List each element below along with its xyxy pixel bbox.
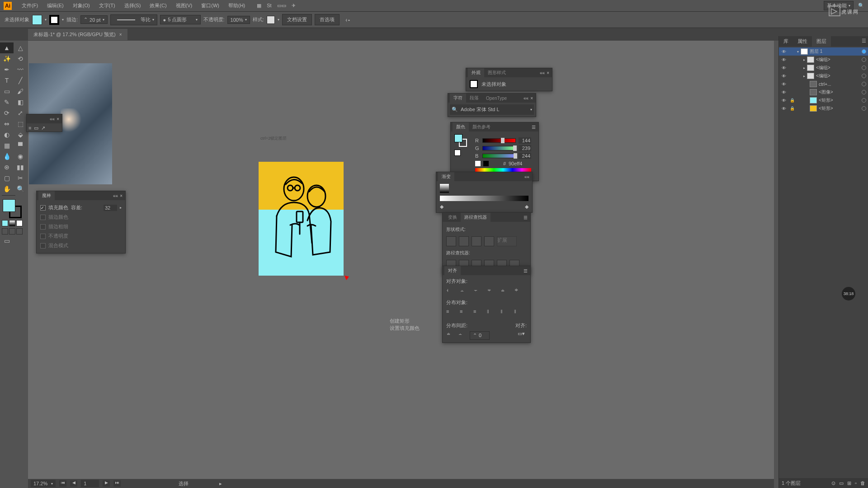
- dist-right[interactable]: ⦀: [514, 309, 523, 318]
- arrange-icon[interactable]: ▭▭: [277, 3, 286, 9]
- menu-effect[interactable]: 效果(C): [145, 2, 171, 9]
- menu-object[interactable]: 对象(O): [68, 2, 94, 9]
- curvature-tool[interactable]: 〰: [14, 64, 27, 75]
- pen-tool[interactable]: ✒: [0, 64, 14, 75]
- paragraph-tab[interactable]: 段落: [466, 94, 482, 103]
- panel-menu-icon[interactable]: ☰: [860, 36, 868, 47]
- expand-button[interactable]: 扩展: [497, 236, 517, 246]
- hex-input[interactable]: 90eff4: [509, 161, 531, 166]
- panel-menu-icon[interactable]: ☰: [524, 268, 528, 273]
- dist-hspace[interactable]: ⫠: [458, 331, 467, 340]
- transform-tab[interactable]: 变换: [444, 213, 461, 222]
- fill-stroke-control[interactable]: [2, 198, 25, 217]
- line-tool[interactable]: ╱: [14, 75, 27, 86]
- menu-window[interactable]: 窗口(W): [197, 2, 224, 9]
- nav-last[interactable]: ⏭: [113, 480, 121, 487]
- layer-row[interactable]: 👁<图像>: [779, 88, 868, 96]
- grad-stop-2[interactable]: ◆: [525, 204, 528, 210]
- collapse-icon[interactable]: ««: [50, 117, 55, 122]
- gradient-slider[interactable]: [440, 196, 528, 201]
- search-icon[interactable]: 🔍: [858, 3, 864, 9]
- fill-color[interactable]: [3, 199, 15, 212]
- visibility-icon[interactable]: 👁: [781, 82, 787, 87]
- draw-normal[interactable]: [2, 228, 8, 235]
- align-bottom[interactable]: ⫩: [514, 287, 523, 296]
- visibility-icon[interactable]: 👁: [781, 106, 787, 111]
- align-artboard-icon[interactable]: ⫞▾: [345, 17, 350, 23]
- layer-row[interactable]: 👁🔒<矩形>: [779, 96, 868, 104]
- nav-prev[interactable]: ◀: [70, 480, 77, 487]
- intersect-button[interactable]: [472, 236, 481, 246]
- menu-view[interactable]: 视图(V): [171, 2, 197, 9]
- r-value[interactable]: 144: [519, 137, 531, 144]
- collapse-icon[interactable]: ««: [113, 193, 118, 198]
- eyedropper-tool[interactable]: 💧: [0, 151, 14, 162]
- expand-icon[interactable]: ▾: [797, 50, 799, 54]
- layer-row[interactable]: 👁▾图层 1: [779, 47, 868, 56]
- b-slider[interactable]: [482, 154, 516, 158]
- appearance-tab[interactable]: 外观: [468, 68, 484, 77]
- hand-tool[interactable]: ✋: [0, 183, 14, 194]
- mesh-tool[interactable]: ▦: [0, 140, 14, 151]
- stroke-weight-input[interactable]: ⌃20 pt▾: [80, 15, 107, 24]
- unite-button[interactable]: [446, 236, 456, 246]
- magic-wand-tool[interactable]: ✨: [0, 53, 14, 64]
- color-mode-gradient[interactable]: [9, 220, 15, 226]
- make-clip-icon[interactable]: ▭: [839, 480, 844, 486]
- align-to-dd[interactable]: ▭▾: [518, 331, 527, 340]
- color-none-icon[interactable]: [454, 150, 461, 156]
- bridge-icon[interactable]: ▦: [257, 3, 261, 9]
- align-left[interactable]: ⫞: [446, 287, 455, 296]
- stock-icon[interactable]: St: [267, 3, 271, 9]
- artwork-yellow-rect[interactable]: [259, 162, 344, 210]
- new-layer-icon[interactable]: ▫: [855, 480, 857, 486]
- close-icon[interactable]: ×: [530, 96, 533, 101]
- stroke-weight-checkbox[interactable]: [40, 224, 46, 230]
- align-top[interactable]: ⫧: [487, 287, 496, 296]
- opacity-input[interactable]: 100%▾: [227, 16, 250, 24]
- artboard-nav[interactable]: 1: [81, 480, 99, 487]
- shaper-tool[interactable]: ✎: [0, 97, 14, 108]
- color-mode-solid[interactable]: [2, 220, 8, 226]
- opentype-tab[interactable]: OpenType: [482, 94, 510, 102]
- gradient-tool[interactable]: ▀: [14, 140, 27, 151]
- menu-edit[interactable]: 编辑(E): [42, 2, 68, 9]
- color-mode-none[interactable]: [16, 220, 23, 226]
- collapse-icon[interactable]: ««: [524, 96, 528, 101]
- perspective-tool[interactable]: ⬙: [14, 129, 27, 140]
- graph-tool[interactable]: ▮▮: [14, 162, 27, 173]
- grad-stop-1[interactable]: ◆: [440, 204, 443, 210]
- properties-tab[interactable]: 属性: [793, 36, 812, 47]
- artboard[interactable]: [259, 162, 344, 276]
- magic-wand-tab[interactable]: 魔棒: [38, 191, 55, 200]
- symbol-sprayer-tool[interactable]: ⊛: [0, 162, 14, 173]
- screen-mode-button[interactable]: ▭: [0, 235, 14, 246]
- dist-hcenter[interactable]: ⦀: [500, 309, 509, 318]
- visibility-icon[interactable]: 👁: [781, 74, 787, 79]
- visibility-icon[interactable]: 👁: [781, 49, 787, 54]
- libraries-tab[interactable]: 库: [779, 36, 793, 47]
- close-icon[interactable]: ×: [119, 32, 122, 37]
- lock-icon[interactable]: 🔒: [789, 106, 795, 111]
- scale-tool[interactable]: ⤢: [14, 108, 27, 118]
- free-transform-tool[interactable]: ⬚: [14, 118, 27, 129]
- color-guide-tab[interactable]: 颜色参考: [469, 122, 494, 131]
- doc-setup-button[interactable]: 文档设置: [282, 14, 312, 25]
- close-icon[interactable]: ×: [547, 70, 549, 75]
- draw-behind[interactable]: [9, 228, 15, 235]
- layer-row[interactable]: 👁▸<编组>: [779, 56, 868, 64]
- align-vcenter[interactable]: ⫨: [500, 287, 509, 296]
- canvas[interactable]: ctrl+2锁定图层 创建矩形设置填充颜色: [28, 41, 774, 479]
- shape-builder-tool[interactable]: ◐: [0, 129, 14, 140]
- menu-help[interactable]: 帮助(H): [224, 2, 250, 9]
- b-value[interactable]: 244: [519, 153, 531, 159]
- opacity-checkbox[interactable]: [40, 234, 46, 239]
- font-family-dd[interactable]: 🔍Adobe 宋体 Std L▾: [450, 104, 534, 115]
- gradient-swatch[interactable]: [440, 184, 449, 193]
- gpu-icon[interactable]: ✈: [292, 3, 296, 9]
- panel-menu-icon[interactable]: ☰: [532, 125, 536, 130]
- eraser-tool[interactable]: ◧: [14, 97, 27, 108]
- menu-type[interactable]: 文字(T): [94, 2, 120, 9]
- rectangle-tool[interactable]: ▭: [0, 86, 14, 97]
- draw-inside[interactable]: [16, 228, 23, 235]
